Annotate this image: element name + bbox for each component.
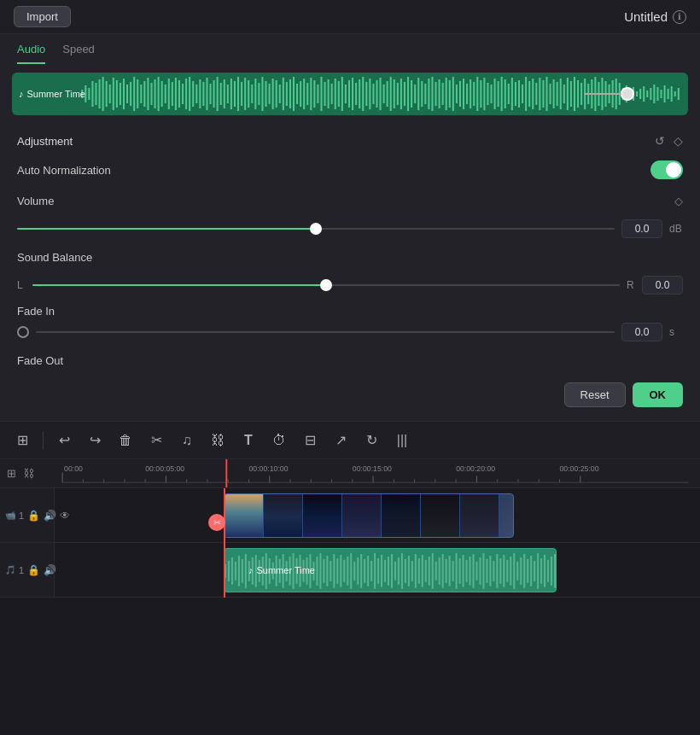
fade-in-slider-row: s	[17, 323, 683, 341]
svg-rect-94	[407, 77, 409, 111]
reset-button[interactable]: Reset	[564, 382, 626, 407]
svg-rect-241	[333, 554, 335, 588]
svg-rect-16	[137, 79, 138, 108]
svg-rect-50	[254, 79, 256, 109]
cut-icon-btn[interactable]: ✂	[143, 427, 170, 454]
svg-rect-127	[522, 85, 523, 103]
audio-track-content[interactable]: ♪ Summer Time	[55, 543, 700, 597]
fade-in-value-input[interactable]	[621, 323, 662, 341]
svg-rect-295	[516, 562, 518, 580]
svg-rect-124	[511, 78, 513, 110]
svg-rect-283	[475, 562, 477, 580]
svg-rect-141	[570, 81, 572, 107]
sound-balance-label: Sound Balance	[17, 251, 120, 264]
svg-rect-39	[217, 77, 219, 111]
fade-in-slider-track[interactable]	[36, 331, 615, 333]
volume-slider-thumb[interactable]	[310, 223, 322, 235]
text-icon-btn[interactable]: T	[235, 427, 262, 454]
waveform-icon-btn[interactable]: |||	[388, 427, 416, 454]
svg-rect-169	[668, 89, 669, 99]
video-frame-1	[225, 494, 264, 538]
volume-value-input[interactable]	[621, 219, 662, 238]
grid-icon-btn[interactable]: ⊞	[9, 427, 36, 454]
auto-normalization-label: Auto Normalization	[17, 164, 120, 177]
balance-left-label: L	[17, 279, 26, 291]
svg-rect-62	[296, 84, 298, 104]
svg-rect-211	[231, 557, 233, 585]
sound-balance-value-input[interactable]	[642, 276, 683, 295]
link-track-btn[interactable]: ⛓	[23, 467, 34, 480]
diamond-icon-btn[interactable]: ◇	[674, 134, 683, 148]
link-icon-btn[interactable]: ⛓	[204, 427, 231, 454]
svg-rect-32	[192, 81, 194, 107]
svg-rect-6	[102, 77, 104, 111]
svg-rect-85	[376, 80, 377, 108]
tab-audio[interactable]: Audio	[17, 43, 45, 64]
svg-rect-44	[234, 81, 236, 107]
auto-normalization-row: Auto Normalization	[0, 155, 700, 185]
svg-rect-163	[646, 90, 648, 97]
tab-speed[interactable]: Speed	[62, 43, 95, 64]
audio-clip[interactable]: ♪ Summer Time	[224, 548, 557, 592]
sound-balance-slider-track[interactable]	[32, 284, 620, 286]
fade-in-handle[interactable]	[17, 326, 29, 338]
svg-rect-298	[527, 559, 528, 583]
svg-rect-296	[520, 557, 522, 585]
svg-rect-286	[486, 559, 487, 583]
import-button[interactable]: Import	[14, 6, 71, 27]
ok-button[interactable]: OK	[633, 382, 684, 407]
redo-icon-btn[interactable]: ↪	[81, 427, 108, 454]
volume-slider-track[interactable]	[17, 228, 615, 230]
music-note-icon-btn[interactable]: ♫	[173, 427, 201, 454]
svg-rect-13	[126, 85, 128, 103]
svg-rect-214	[242, 559, 243, 583]
audio-track-row: 🎵 1 🔒 🔊	[0, 543, 700, 598]
svg-rect-259	[394, 562, 396, 580]
undo-icon-btn[interactable]: ↩	[50, 427, 78, 454]
reset-icon-btn[interactable]: ↺	[655, 134, 665, 148]
svg-rect-213	[238, 556, 240, 586]
svg-rect-162	[643, 86, 645, 102]
svg-rect-238	[323, 559, 324, 583]
video-lock-icon[interactable]: 🔒	[27, 510, 40, 522]
svg-rect-280	[466, 560, 468, 582]
trash-icon-btn[interactable]: 🗑	[112, 427, 139, 454]
timer-icon-btn[interactable]: ⏱	[265, 427, 293, 454]
svg-rect-137	[557, 82, 558, 106]
svg-rect-42	[227, 85, 229, 103]
tabs-bar: Audio Speed	[0, 34, 700, 64]
sound-balance-thumb[interactable]	[320, 279, 332, 291]
svg-rect-54	[269, 84, 271, 104]
svg-rect-8	[109, 85, 111, 103]
svg-rect-268	[425, 560, 427, 582]
sliders-icon-btn[interactable]: ⊟	[296, 427, 324, 454]
audio-panel: Audio Speed ♪ Summer Time	[0, 34, 700, 422]
add-track-btn[interactable]: ⊞	[7, 467, 16, 480]
svg-rect-299	[530, 556, 532, 586]
svg-rect-89	[390, 77, 392, 111]
svg-rect-78	[352, 78, 353, 110]
svg-rect-19	[147, 78, 149, 110]
svg-rect-172	[678, 88, 680, 100]
video-frame-3	[303, 494, 342, 538]
audio-lock-icon[interactable]: 🔒	[27, 564, 40, 576]
cursor-icon-btn[interactable]: ↗	[327, 427, 354, 454]
auto-normalization-toggle[interactable]	[650, 160, 683, 179]
svg-rect-113	[473, 82, 475, 106]
svg-rect-98	[421, 81, 423, 107]
svg-rect-26	[172, 82, 173, 106]
title-area: Untitled ℹ	[624, 9, 686, 24]
volume-diamond-icon[interactable]: ◇	[674, 195, 683, 207]
svg-rect-277	[456, 553, 458, 589]
video-track-content[interactable]	[55, 488, 700, 542]
svg-rect-255	[381, 555, 382, 587]
svg-rect-168	[664, 85, 666, 102]
audio-track-icon: 🎵	[5, 565, 15, 575]
info-icon[interactable]: ℹ	[673, 10, 686, 24]
svg-rect-87	[383, 85, 385, 103]
svg-text:00:00:10:00: 00:00:10:00	[249, 464, 289, 473]
refresh-icon-btn[interactable]: ↻	[358, 427, 385, 454]
svg-rect-107	[452, 77, 454, 111]
svg-rect-282	[473, 554, 475, 588]
video-clip[interactable]	[224, 493, 514, 538]
